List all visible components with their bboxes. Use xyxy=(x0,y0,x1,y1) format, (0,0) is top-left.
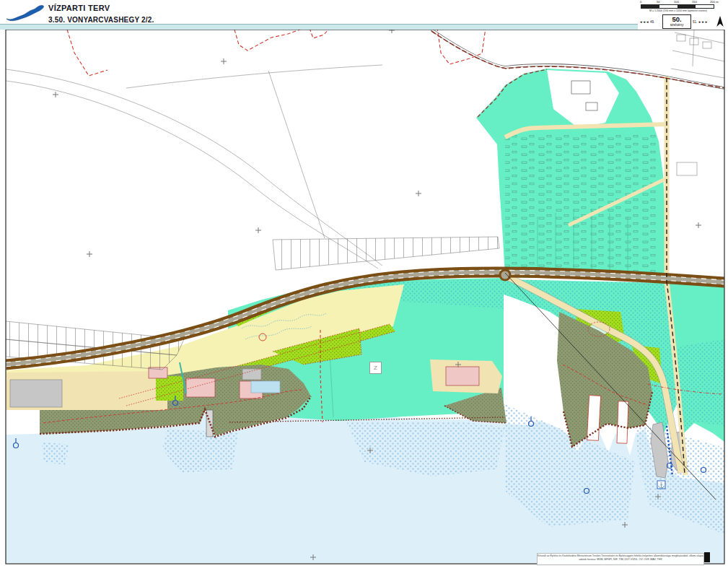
pool xyxy=(251,381,280,393)
small-building xyxy=(242,369,261,380)
anchor-symbol-box: ⚓ xyxy=(657,481,665,489)
zone-label-z: Z xyxy=(369,362,382,374)
scale-tick-50: 50 xyxy=(657,0,660,4)
page-title: VÍZPARTI TERV xyxy=(48,4,110,12)
header-divider xyxy=(0,24,728,25)
scale-panel: 0 50 100 150 200 m M = 1:2000 (594 mm x … xyxy=(638,0,728,30)
sheet-word: szelvény xyxy=(663,23,690,27)
balaton-lake-logo xyxy=(4,1,46,23)
scale-tick-200: 200 m xyxy=(710,0,719,4)
north-arrow-icon xyxy=(716,16,724,28)
forest-plot-texture xyxy=(505,134,658,278)
teal-divider-band xyxy=(0,25,728,30)
scale-note: M = 1:2000 (594 mm x 1050 mm lapméret es… xyxy=(638,9,719,12)
credit-line-2: adatok forrása: MVM, BFNPI, NIF, TIM, DD… xyxy=(538,558,703,562)
title-block: VÍZPARTI TERV 3.50. VONYARCVASHEGY 2/2. xyxy=(0,0,728,24)
large-building xyxy=(10,380,62,407)
anchor-icon: ⚓ xyxy=(658,481,665,489)
sheet-subtitle: 3.50. VONYARCVASHEGY 2/2. xyxy=(48,16,154,24)
sheet-number: 50. xyxy=(663,16,690,23)
scale-bar xyxy=(641,4,714,9)
jetty xyxy=(206,410,213,437)
lime-plot xyxy=(156,376,183,401)
credit-text: Készült az Építési és Közlekedési Minisz… xyxy=(537,553,704,565)
pink-building xyxy=(446,367,479,385)
credit-logo-mark xyxy=(704,552,710,562)
boat-slip xyxy=(617,401,628,443)
pink-building xyxy=(186,378,215,397)
credit-line-1: Készült az Építési és Közlekedési Minisz… xyxy=(538,554,703,558)
road-junction xyxy=(500,270,510,280)
current-sheet-box: 50. szelvény xyxy=(662,14,691,29)
scale-tick-100: 100 xyxy=(674,0,679,4)
scale-tick-150: 150 xyxy=(692,0,697,4)
prev-sheet-label: ◄◄◄ 49. xyxy=(639,20,654,24)
sheet-navigation: ◄◄◄ 49. 50. szelvény 51. ►►► xyxy=(638,14,728,29)
boat-slip xyxy=(587,396,600,441)
map-canvas: ⚓ xyxy=(0,0,728,571)
scale-tick-0: 0 xyxy=(640,0,641,4)
next-sheet-label: 51. ►►► xyxy=(693,20,708,24)
